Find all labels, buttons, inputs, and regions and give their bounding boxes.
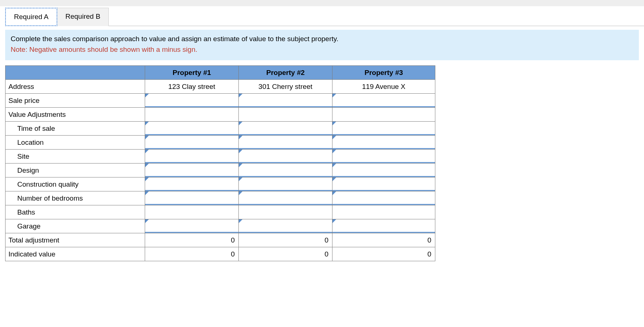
label-address: Address — [6, 80, 145, 94]
row-indicated-value: Indicated value 0 0 0 — [6, 247, 435, 261]
row-address: Address 123 Clay street 301 Cherry stree… — [6, 80, 435, 94]
label-construction-quality: Construction quality — [6, 177, 145, 191]
header-p2: Property #2 — [239, 66, 332, 80]
header-p3: Property #3 — [332, 66, 435, 80]
cell-address-p1: 123 Clay street — [145, 80, 239, 94]
row-baths: Baths — [6, 205, 435, 219]
row-sale-price: Sale price — [6, 94, 435, 108]
tab-required-b[interactable]: Required B — [57, 8, 109, 26]
cell-quality-p1[interactable] — [145, 177, 239, 191]
cell-location-p1[interactable] — [145, 136, 239, 150]
row-time-of-sale: Time of sale — [6, 122, 435, 136]
cell-total-p1: 0 — [145, 233, 239, 247]
row-design: Design — [6, 164, 435, 177]
cell-time-p2[interactable] — [239, 122, 332, 136]
label-baths: Baths — [6, 205, 145, 219]
cell-quality-p3[interactable] — [332, 177, 435, 191]
cell-bedrooms-p2[interactable] — [239, 191, 332, 205]
row-site: Site — [6, 150, 435, 164]
cell-quality-p2[interactable] — [239, 177, 332, 191]
row-value-adjustments: Value Adjustments — [6, 108, 435, 122]
instructions-panel: Complete the sales comparison approach t… — [5, 30, 639, 60]
label-indicated-value: Indicated value — [6, 247, 145, 261]
label-location: Location — [6, 136, 145, 150]
row-bedrooms: Number of bedrooms — [6, 191, 435, 205]
top-strip — [0, 0, 644, 6]
cell-sale-price-p2[interactable] — [239, 94, 332, 108]
instructions-note: Note: Negative amounts should be shown w… — [11, 46, 197, 53]
tab-bar: Required A Required B — [5, 8, 644, 26]
header-p1: Property #1 — [145, 66, 239, 80]
cell-indicated-p2: 0 — [239, 247, 332, 261]
cell-location-p2[interactable] — [239, 136, 332, 150]
cell-bedrooms-p1[interactable] — [145, 191, 239, 205]
cell-design-p3[interactable] — [332, 164, 435, 177]
cell-baths-p1 — [145, 205, 239, 219]
label-bedrooms: Number of bedrooms — [6, 191, 145, 205]
cell-total-p3: 0 — [332, 233, 435, 247]
cell-indicated-p3: 0 — [332, 247, 435, 261]
cell-total-p2: 0 — [239, 233, 332, 247]
row-garage: Garage — [6, 219, 435, 233]
cell-baths-p2 — [239, 205, 332, 219]
cell-site-p2[interactable] — [239, 150, 332, 164]
cell-indicated-p1: 0 — [145, 247, 239, 261]
cell-time-p3[interactable] — [332, 122, 435, 136]
table-header-row: Property #1 Property #2 Property #3 — [6, 66, 435, 80]
cell-va-p2 — [239, 108, 332, 122]
row-construction-quality: Construction quality — [6, 177, 435, 191]
label-value-adjustments: Value Adjustments — [6, 108, 145, 122]
cell-bedrooms-p3[interactable] — [332, 191, 435, 205]
cell-address-p2: 301 Cherry street — [239, 80, 332, 94]
cell-garage-p1[interactable] — [145, 219, 239, 233]
row-location: Location — [6, 136, 435, 150]
cell-time-p1[interactable] — [145, 122, 239, 136]
cell-va-p1 — [145, 108, 239, 122]
label-design: Design — [6, 164, 145, 177]
label-garage: Garage — [6, 219, 145, 233]
comparison-table: Property #1 Property #2 Property #3 Addr… — [5, 65, 435, 261]
cell-location-p3[interactable] — [332, 136, 435, 150]
label-site: Site — [6, 150, 145, 164]
header-blank — [6, 66, 145, 80]
cell-garage-p2[interactable] — [239, 219, 332, 233]
cell-site-p3[interactable] — [332, 150, 435, 164]
cell-sale-price-p3[interactable] — [332, 94, 435, 108]
cell-baths-p3 — [332, 205, 435, 219]
tab-required-a[interactable]: Required A — [5, 8, 57, 26]
cell-design-p2[interactable] — [239, 164, 332, 177]
cell-garage-p3[interactable] — [332, 219, 435, 233]
row-total-adjustment: Total adjustment 0 0 0 — [6, 233, 435, 247]
label-time-of-sale: Time of sale — [6, 122, 145, 136]
label-sale-price: Sale price — [6, 94, 145, 108]
cell-address-p3: 119 Avenue X — [332, 80, 435, 94]
cell-sale-price-p1[interactable] — [145, 94, 239, 108]
cell-site-p1[interactable] — [145, 150, 239, 164]
label-total-adjustment: Total adjustment — [6, 233, 145, 247]
instructions-text: Complete the sales comparison approach t… — [11, 35, 338, 43]
cell-va-p3 — [332, 108, 435, 122]
cell-design-p1[interactable] — [145, 164, 239, 177]
